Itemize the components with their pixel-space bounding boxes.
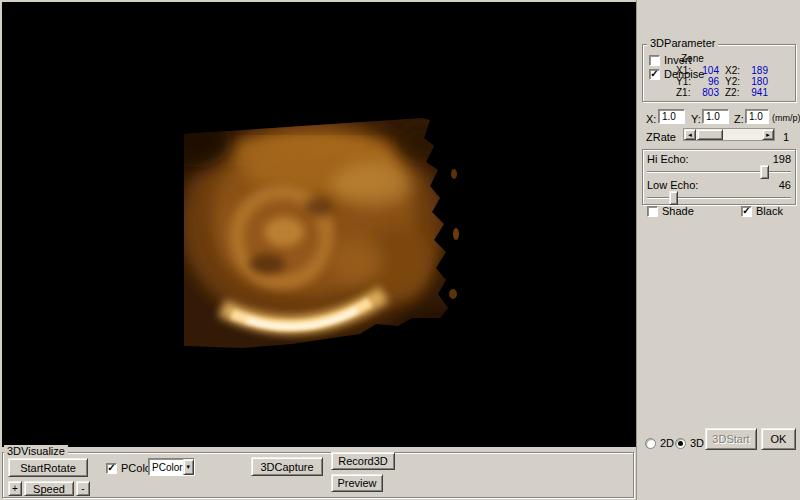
zone-y2-label: Y2: [725, 76, 747, 87]
black-label: Black [756, 205, 783, 217]
ultrasound-render [172, 112, 464, 358]
denoise-checkbox-box: ✓ [649, 69, 660, 80]
zone-x1-value: 104 [698, 65, 725, 76]
render-viewport[interactable] [2, 2, 636, 447]
zone-x2-value: 189 [747, 65, 774, 76]
check-icon: ✓ [107, 463, 115, 472]
x-scale-input[interactable] [658, 109, 685, 124]
zone-row-y: Y1: 96 Y2: 180 [676, 76, 774, 87]
radio-2d[interactable]: 2D [645, 437, 674, 449]
zrate-scrollbar-thumb[interactable] [697, 129, 723, 140]
shade-checkbox-box [647, 206, 658, 217]
zone-y1-label: Y1: [676, 76, 698, 87]
parameter-groupbox: 3DParameter Invert ✓ Denoise Zone X1: 10… [642, 44, 796, 102]
hi-echo-label: Hi Echo: [647, 153, 689, 165]
zone-y1-value: 96 [698, 76, 725, 87]
zrate-label: ZRate [646, 131, 676, 143]
record3d-button[interactable]: Record3D [331, 452, 395, 470]
chevron-down-icon: ▼ [185, 464, 191, 470]
app-window: { "panel": { "title": "3DParameter", "in… [0, 0, 800, 500]
scale-unit-label: (mm/p) [772, 113, 800, 123]
start-rotate-button[interactable]: StartRotate [8, 458, 88, 477]
preview-button[interactable]: Preview [331, 474, 383, 492]
zone-z2-label: Z2: [725, 87, 747, 98]
radio-3d-dot [678, 441, 683, 446]
scroll-left-icon: ◄ [687, 132, 693, 138]
visualize-groupbox-title: 3DVisualize [4, 445, 68, 457]
radio-2d-circle [645, 438, 656, 449]
zrate-value: 1 [783, 131, 789, 143]
zrate-scrollbar[interactable]: ◄ ► [683, 128, 775, 141]
scroll-right-button[interactable]: ► [762, 129, 774, 140]
black-checkbox-box: ✓ [741, 206, 752, 217]
zone-row-z: Z1: 803 Z2: 941 [676, 87, 774, 98]
low-echo-label: Low Echo: [647, 179, 698, 191]
scroll-right-icon: ► [765, 132, 771, 138]
pcolor-checkbox-box: ✓ [106, 463, 117, 474]
zone-z1-value: 803 [698, 87, 725, 98]
pcolor-dropdown-button[interactable]: ▼ [183, 459, 194, 475]
zone-z1-label: Z1: [676, 87, 698, 98]
hi-echo-slider-thumb[interactable] [760, 165, 769, 179]
zone-z2-value: 941 [747, 87, 774, 98]
zone-x2-label: X2: [725, 65, 747, 76]
y-scale-input[interactable] [702, 109, 729, 124]
zone-x1-label: X1: [676, 65, 698, 76]
z-scale-input[interactable] [745, 109, 769, 124]
speed-plus-button[interactable]: + [8, 481, 22, 496]
invert-checkbox-box [649, 55, 660, 66]
pcolor-dropdown[interactable]: PColor ▼ [148, 458, 195, 476]
low-echo-slider[interactable] [647, 191, 791, 205]
ok-button[interactable]: OK [761, 428, 796, 450]
black-checkbox[interactable]: ✓ Black [741, 205, 783, 217]
parameter-panel: 3DParameter Invert ✓ Denoise Zone X1: 10… [636, 0, 800, 500]
pcolor-dropdown-value: PColor [149, 462, 183, 473]
shade-label: Shade [662, 205, 694, 217]
shade-checkbox[interactable]: Shade [647, 205, 694, 217]
radio-3d-circle [675, 438, 686, 449]
speed-button[interactable]: Speed [24, 481, 74, 496]
radio-3d[interactable]: 3D [675, 437, 704, 449]
zone-row-x: X1: 104 X2: 189 [676, 65, 774, 76]
zone-y2-value: 180 [747, 76, 774, 87]
check-icon: ✓ [650, 69, 658, 78]
hi-echo-slider-track [647, 171, 791, 173]
parameter-groupbox-title: 3DParameter [647, 37, 718, 49]
zone-label: Zone [681, 53, 704, 64]
scroll-left-button[interactable]: ◄ [684, 129, 696, 140]
hi-echo-value: 198 [773, 153, 791, 165]
visualize-panel: 3DVisualize StartRotate + Speed - ✓ PCol… [0, 447, 636, 500]
check-icon: ✓ [742, 206, 750, 215]
start3d-button[interactable]: 3DStart [705, 428, 757, 450]
radio-3d-label: 3D [690, 437, 704, 449]
radio-2d-label: 2D [660, 437, 674, 449]
echo-groupbox: Hi Echo: 198 Low Echo: 46 [642, 149, 796, 205]
capture-button[interactable]: 3DCapture [251, 457, 323, 476]
low-echo-slider-thumb[interactable] [669, 191, 678, 205]
z-scale-label: Z: [734, 113, 744, 125]
hi-echo-slider[interactable] [647, 165, 791, 179]
low-echo-value: 46 [779, 179, 791, 191]
speed-minus-button[interactable]: - [76, 481, 90, 496]
x-scale-label: X: [646, 113, 656, 125]
y-scale-label: Y: [691, 113, 701, 125]
